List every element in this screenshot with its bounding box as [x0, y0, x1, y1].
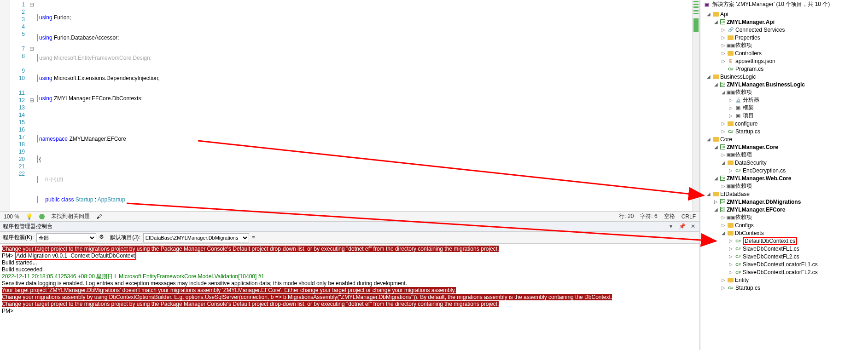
json-icon: 🗎	[728, 58, 734, 64]
code-editor[interactable]: 1234578910111213141516171819202122 ⊟⊟⊟ u…	[0, 0, 699, 211]
project-businesslogic[interactable]: ◢C#ZMYLManager.BusinessLogic	[700, 80, 868, 88]
folder-efdatabase[interactable]: ◢EfDataBase	[700, 190, 868, 198]
project-webcore[interactable]: ◢C#ZMYLManager.Web.Core	[700, 174, 868, 182]
cs-icon: C#	[728, 66, 734, 72]
cs-icon: C#	[735, 253, 741, 260]
solution-label[interactable]: 解决方案 'ZMYLManager' (10 个项目，共 10 个)	[712, 0, 830, 8]
slavedbcontextfl2-file[interactable]: ▷C#SlaveDbContextFL2.cs	[700, 252, 868, 260]
appsettings-file[interactable]: ▷🗎appsettings.json	[700, 57, 868, 65]
cs-icon: C#	[728, 285, 734, 291]
framework[interactable]: ▷▣框架	[700, 104, 868, 112]
analyzer[interactable]: ▷🔬分析器	[700, 96, 868, 104]
crlf-indicator: CRLF	[682, 213, 696, 220]
analyzer-icon: 🔬	[735, 97, 741, 103]
project-icon: ▣	[735, 113, 741, 119]
folder-icon	[728, 231, 734, 235]
csproj-icon: C#	[720, 144, 725, 149]
framework-icon: ▣	[735, 105, 741, 111]
gear-icon[interactable]: ⚙	[99, 234, 107, 242]
csproj-icon: C#	[720, 176, 725, 181]
connected-services[interactable]: ▷🔗Connected Services	[700, 26, 868, 34]
default-project-select[interactable]: EfDataBase\ZMYLManager.DbMigrations	[143, 233, 249, 242]
package-source-select[interactable]: 全部	[36, 233, 96, 242]
startup-file[interactable]: ▷C#Startup.cs	[700, 284, 868, 292]
package-manager-console: 程序包管理器控制台 ▾ 📌 ✕ 程序包源(K): 全部 ⚙ 默认项目(J): E…	[0, 221, 699, 350]
brush-icon[interactable]: 🖌	[96, 213, 102, 220]
gutter	[0, 0, 10, 211]
cs-icon: C#	[735, 246, 741, 252]
folder-icon	[728, 51, 734, 56]
project-efcore[interactable]: ◢C#ZMYLManager.EFCore	[700, 206, 868, 213]
dependencies[interactable]: ▷▣▣依赖项	[700, 213, 868, 221]
cs-icon: C#	[735, 167, 741, 174]
folder-api[interactable]: ◢Api	[700, 10, 868, 18]
folder-icon	[728, 161, 734, 165]
fold-column[interactable]: ⊟⊟⊟	[29, 0, 35, 211]
lightbulb-icon: 💡	[26, 213, 33, 220]
dependencies[interactable]: ▷▣▣依赖项	[700, 41, 868, 49]
connected-icon: 🔗	[728, 27, 734, 33]
project-core[interactable]: ◢C#ZMYLManager.Core	[700, 143, 868, 151]
indent-icon[interactable]: ≡	[252, 235, 255, 241]
dbcontexts-folder[interactable]: ◢DbContexts	[700, 229, 868, 237]
dropdown-icon[interactable]: ▾	[667, 223, 675, 230]
controllers-folder[interactable]: ▷Controllers	[700, 49, 868, 57]
properties-folder[interactable]: ▷Properties	[700, 34, 868, 41]
deps-icon: ▣▣	[728, 214, 734, 221]
configs-folder[interactable]: ▷Configs	[700, 221, 868, 229]
dependencies[interactable]: ▷▣▣依赖项	[700, 151, 868, 159]
solution-tree[interactable]: ◢Api ◢C#ZMYLManager.Api ▷🔗Connected Serv…	[700, 9, 868, 350]
folder-icon	[713, 75, 719, 79]
solution-explorer: ▣ 解决方案 'ZMYLManager' (10 个项目，共 10 个) ◢Ap…	[700, 0, 868, 350]
folder-icon	[713, 192, 719, 196]
csproj-icon: C#	[720, 199, 725, 204]
package-source-label: 程序包源(K):	[3, 234, 34, 241]
project-api[interactable]: ◢C#ZMYLManager.Api	[700, 18, 868, 26]
pin-icon[interactable]: 📌	[678, 223, 686, 230]
dependencies[interactable]: ◢▣▣依赖项	[700, 88, 868, 96]
slavedbcontextlocatorfl1-file[interactable]: ▷C#SlaveDbContextLocatorFL1.cs	[700, 260, 868, 268]
add-migration-command: Add-Migration v0.0.1 -Context DefaultDbC…	[15, 252, 136, 260]
startup-file[interactable]: ▷C#Startup.cs	[700, 127, 868, 135]
folder-core[interactable]: ◢Core	[700, 135, 868, 143]
deps-icon: ▣▣	[728, 152, 734, 158]
configure-folder[interactable]: ▷configure	[700, 120, 868, 127]
encdecryption-file[interactable]: ▷C#EncDecryption.cs	[700, 166, 868, 174]
console-output[interactable]: Change your target project to the migrat…	[0, 244, 699, 350]
char-indicator: 字符: 6	[640, 212, 657, 220]
console-title: 程序包管理器控制台	[3, 223, 52, 230]
datasecurity-folder[interactable]: ◢DataSecurity	[700, 159, 868, 166]
project-ref[interactable]: ▷▣项目	[700, 112, 868, 120]
close-icon[interactable]: ✕	[689, 223, 697, 230]
slavedbcontextlocatorfl2-file[interactable]: ▷C#SlaveDbContextLocatorFL2.cs	[700, 268, 868, 276]
deps-icon: ▣▣	[728, 42, 734, 49]
code-content[interactable]: using Furion; using Furion.DatabaseAcces…	[35, 0, 692, 211]
folder-icon	[713, 12, 719, 17]
dependencies[interactable]: ▷▣▣依赖项	[700, 182, 868, 190]
scrollbar-map[interactable]	[692, 0, 699, 211]
folder-icon	[713, 137, 719, 142]
cs-icon: C#	[735, 238, 741, 244]
project-dbmigrations[interactable]: ▷C#ZMYLManager.DbMigrations	[700, 198, 868, 206]
csproj-icon: C#	[720, 82, 725, 87]
entity-folder[interactable]: ▷Entity	[700, 276, 868, 284]
default-project-label: 默认项目(J):	[110, 234, 140, 241]
line-indicator: 行: 20	[619, 212, 634, 220]
folder-icon	[728, 121, 734, 126]
cs-icon: C#	[735, 261, 741, 268]
csproj-icon: C#	[720, 19, 725, 24]
slavedbcontextfl1-file[interactable]: ▷C#SlaveDbContextFL1.cs	[700, 245, 868, 252]
line-numbers: 1234578910111213141516171819202122	[10, 0, 29, 211]
editor-status-bar: 100 % 💡 未找到相关问题 🖌 行: 20 字符: 6 空格 CRLF	[0, 211, 699, 221]
no-issues-label: 未找到相关问题	[51, 212, 90, 220]
solution-icon: ▣	[703, 1, 710, 8]
spaces-indicator: 空格	[664, 212, 675, 220]
program-file[interactable]: C#Program.cs	[700, 65, 868, 73]
defaultdbcontext-file[interactable]: ▷C#DefaultDbContext.cs	[700, 237, 868, 245]
folder-icon	[728, 35, 734, 40]
folder-icon	[728, 223, 734, 228]
zoom-level[interactable]: 100 %	[4, 213, 19, 220]
folder-icon	[728, 278, 734, 282]
folder-businesslogic[interactable]: ◢BusinessLogic	[700, 73, 868, 80]
deps-icon: ▣▣	[728, 183, 734, 189]
